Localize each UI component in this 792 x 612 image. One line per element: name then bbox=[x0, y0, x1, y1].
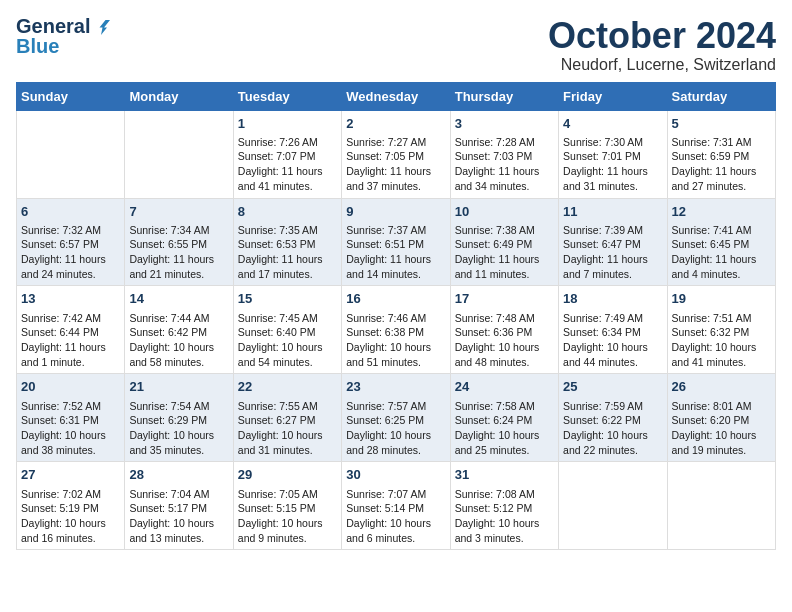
day-info: Daylight: 10 hours and 58 minutes. bbox=[129, 340, 228, 369]
day-number: 19 bbox=[672, 290, 771, 308]
day-info: Sunset: 6:20 PM bbox=[672, 413, 771, 428]
day-info: Sunrise: 7:02 AM bbox=[21, 487, 120, 502]
page-header: General Blue October 2024 Neudorf, Lucer… bbox=[16, 16, 776, 74]
calendar-row: 27Sunrise: 7:02 AMSunset: 5:19 PMDayligh… bbox=[17, 462, 776, 550]
day-info: Sunrise: 7:41 AM bbox=[672, 223, 771, 238]
day-number: 16 bbox=[346, 290, 445, 308]
calendar-cell: 24Sunrise: 7:58 AMSunset: 6:24 PMDayligh… bbox=[450, 374, 558, 462]
day-info: Sunrise: 7:45 AM bbox=[238, 311, 337, 326]
calendar-cell: 31Sunrise: 7:08 AMSunset: 5:12 PMDayligh… bbox=[450, 462, 558, 550]
calendar-table: SundayMondayTuesdayWednesdayThursdayFrid… bbox=[16, 82, 776, 551]
calendar-cell: 21Sunrise: 7:54 AMSunset: 6:29 PMDayligh… bbox=[125, 374, 233, 462]
logo-blue-text: Blue bbox=[16, 36, 59, 56]
day-info: Sunset: 5:12 PM bbox=[455, 501, 554, 516]
day-info: Sunset: 7:05 PM bbox=[346, 149, 445, 164]
day-number: 5 bbox=[672, 115, 771, 133]
header-day: Saturday bbox=[667, 82, 775, 110]
day-info: Daylight: 10 hours and 28 minutes. bbox=[346, 428, 445, 457]
day-info: Sunrise: 7:51 AM bbox=[672, 311, 771, 326]
day-info: Sunset: 6:34 PM bbox=[563, 325, 662, 340]
header-day: Friday bbox=[559, 82, 667, 110]
day-info: Sunset: 7:01 PM bbox=[563, 149, 662, 164]
day-number: 3 bbox=[455, 115, 554, 133]
day-number: 11 bbox=[563, 203, 662, 221]
calendar-cell: 19Sunrise: 7:51 AMSunset: 6:32 PMDayligh… bbox=[667, 286, 775, 374]
day-info: Daylight: 11 hours and 1 minute. bbox=[21, 340, 120, 369]
calendar-row: 1Sunrise: 7:26 AMSunset: 7:07 PMDaylight… bbox=[17, 110, 776, 198]
day-info: Daylight: 11 hours and 17 minutes. bbox=[238, 252, 337, 281]
day-number: 8 bbox=[238, 203, 337, 221]
header-day: Wednesday bbox=[342, 82, 450, 110]
day-info: Sunrise: 7:31 AM bbox=[672, 135, 771, 150]
day-info: Sunset: 5:15 PM bbox=[238, 501, 337, 516]
day-info: Daylight: 11 hours and 21 minutes. bbox=[129, 252, 228, 281]
day-info: Daylight: 10 hours and 44 minutes. bbox=[563, 340, 662, 369]
calendar-cell bbox=[667, 462, 775, 550]
day-number: 20 bbox=[21, 378, 120, 396]
day-info: Daylight: 11 hours and 37 minutes. bbox=[346, 164, 445, 193]
day-number: 22 bbox=[238, 378, 337, 396]
calendar-cell: 1Sunrise: 7:26 AMSunset: 7:07 PMDaylight… bbox=[233, 110, 341, 198]
calendar-cell: 13Sunrise: 7:42 AMSunset: 6:44 PMDayligh… bbox=[17, 286, 125, 374]
calendar-cell: 23Sunrise: 7:57 AMSunset: 6:25 PMDayligh… bbox=[342, 374, 450, 462]
day-info: Sunrise: 7:38 AM bbox=[455, 223, 554, 238]
day-info: Sunrise: 7:44 AM bbox=[129, 311, 228, 326]
header-row: SundayMondayTuesdayWednesdayThursdayFrid… bbox=[17, 82, 776, 110]
location: Neudorf, Lucerne, Switzerland bbox=[548, 56, 776, 74]
day-number: 25 bbox=[563, 378, 662, 396]
logo-icon bbox=[92, 17, 110, 35]
day-info: Sunset: 6:25 PM bbox=[346, 413, 445, 428]
calendar-row: 20Sunrise: 7:52 AMSunset: 6:31 PMDayligh… bbox=[17, 374, 776, 462]
calendar-cell: 27Sunrise: 7:02 AMSunset: 5:19 PMDayligh… bbox=[17, 462, 125, 550]
day-info: Sunrise: 7:30 AM bbox=[563, 135, 662, 150]
day-info: Sunrise: 7:54 AM bbox=[129, 399, 228, 414]
day-info: Sunrise: 7:42 AM bbox=[21, 311, 120, 326]
calendar-cell: 3Sunrise: 7:28 AMSunset: 7:03 PMDaylight… bbox=[450, 110, 558, 198]
day-info: Sunset: 6:53 PM bbox=[238, 237, 337, 252]
calendar-row: 6Sunrise: 7:32 AMSunset: 6:57 PMDaylight… bbox=[17, 198, 776, 286]
calendar-cell: 20Sunrise: 7:52 AMSunset: 6:31 PMDayligh… bbox=[17, 374, 125, 462]
calendar-cell: 28Sunrise: 7:04 AMSunset: 5:17 PMDayligh… bbox=[125, 462, 233, 550]
day-number: 15 bbox=[238, 290, 337, 308]
calendar-cell: 26Sunrise: 8:01 AMSunset: 6:20 PMDayligh… bbox=[667, 374, 775, 462]
calendar-cell: 5Sunrise: 7:31 AMSunset: 6:59 PMDaylight… bbox=[667, 110, 775, 198]
day-info: Daylight: 10 hours and 38 minutes. bbox=[21, 428, 120, 457]
day-info: Sunrise: 7:48 AM bbox=[455, 311, 554, 326]
calendar-row: 13Sunrise: 7:42 AMSunset: 6:44 PMDayligh… bbox=[17, 286, 776, 374]
day-number: 9 bbox=[346, 203, 445, 221]
day-info: Daylight: 11 hours and 4 minutes. bbox=[672, 252, 771, 281]
calendar-cell: 22Sunrise: 7:55 AMSunset: 6:27 PMDayligh… bbox=[233, 374, 341, 462]
day-info: Daylight: 10 hours and 3 minutes. bbox=[455, 516, 554, 545]
calendar-cell: 4Sunrise: 7:30 AMSunset: 7:01 PMDaylight… bbox=[559, 110, 667, 198]
day-info: Sunrise: 7:28 AM bbox=[455, 135, 554, 150]
day-info: Sunset: 7:03 PM bbox=[455, 149, 554, 164]
day-info: Daylight: 10 hours and 6 minutes. bbox=[346, 516, 445, 545]
day-info: Sunrise: 7:58 AM bbox=[455, 399, 554, 414]
day-info: Daylight: 10 hours and 51 minutes. bbox=[346, 340, 445, 369]
day-number: 28 bbox=[129, 466, 228, 484]
calendar-cell: 18Sunrise: 7:49 AMSunset: 6:34 PMDayligh… bbox=[559, 286, 667, 374]
day-info: Sunset: 5:19 PM bbox=[21, 501, 120, 516]
day-info: Daylight: 10 hours and 19 minutes. bbox=[672, 428, 771, 457]
day-info: Sunrise: 7:27 AM bbox=[346, 135, 445, 150]
day-number: 29 bbox=[238, 466, 337, 484]
month-title: October 2024 bbox=[548, 16, 776, 56]
day-info: Sunset: 5:14 PM bbox=[346, 501, 445, 516]
day-info: Sunset: 6:55 PM bbox=[129, 237, 228, 252]
day-info: Daylight: 11 hours and 34 minutes. bbox=[455, 164, 554, 193]
day-info: Daylight: 11 hours and 27 minutes. bbox=[672, 164, 771, 193]
day-info: Daylight: 11 hours and 41 minutes. bbox=[238, 164, 337, 193]
day-info: Sunrise: 7:49 AM bbox=[563, 311, 662, 326]
day-info: Sunset: 6:31 PM bbox=[21, 413, 120, 428]
day-number: 7 bbox=[129, 203, 228, 221]
day-info: Daylight: 10 hours and 41 minutes. bbox=[672, 340, 771, 369]
day-info: Daylight: 11 hours and 24 minutes. bbox=[21, 252, 120, 281]
day-info: Daylight: 10 hours and 35 minutes. bbox=[129, 428, 228, 457]
header-day: Sunday bbox=[17, 82, 125, 110]
day-info: Sunrise: 7:46 AM bbox=[346, 311, 445, 326]
day-info: Sunset: 6:47 PM bbox=[563, 237, 662, 252]
day-info: Sunrise: 7:32 AM bbox=[21, 223, 120, 238]
day-info: Sunset: 6:44 PM bbox=[21, 325, 120, 340]
day-number: 13 bbox=[21, 290, 120, 308]
calendar-cell bbox=[17, 110, 125, 198]
